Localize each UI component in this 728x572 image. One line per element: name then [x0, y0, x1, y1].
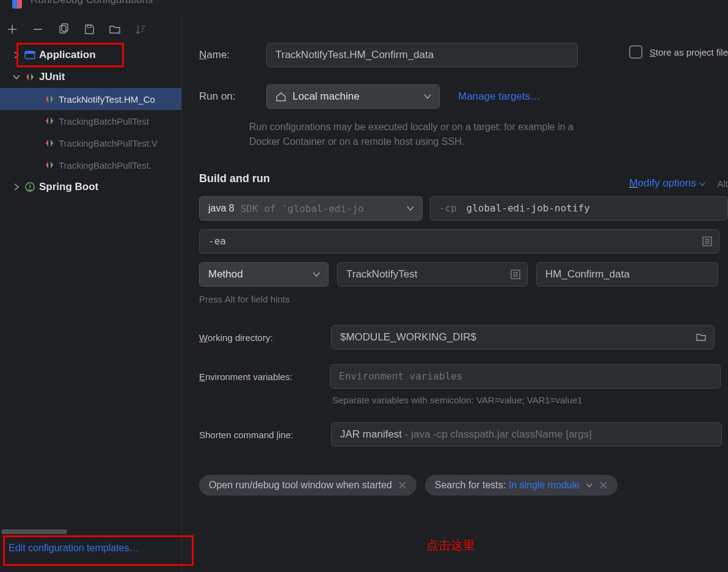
springboot-icon: [24, 182, 35, 193]
remove-icon[interactable]: [32, 23, 44, 35]
save-icon[interactable]: [83, 23, 95, 35]
svg-rect-1: [12, 0, 17, 9]
annotation-text: 点击这里: [426, 537, 475, 554]
tree-item[interactable]: TrackingBatchPullTest.V: [0, 132, 181, 154]
chevron-down-icon: [699, 180, 706, 188]
store-as-project[interactable]: Store as project file: [629, 45, 728, 59]
runon-dropdown[interactable]: Local machine: [266, 84, 440, 109]
tree-label: Spring Boot: [39, 181, 98, 193]
home-icon: [275, 91, 286, 102]
tree-node-springboot[interactable]: Spring Boot: [0, 176, 181, 198]
chip-label: Open run/debug tool window when started: [209, 480, 392, 491]
name-input[interactable]: TrackNotifyTest.HM_Confirm_data: [266, 43, 578, 67]
svg-rect-3: [62, 24, 68, 31]
option-chip[interactable]: Open run/debug tool window when started: [199, 475, 417, 496]
tree-label: TrackingBatchPullTest.V: [59, 138, 158, 148]
junit-icon: [24, 72, 35, 82]
main-panel: Name: TrackNotifyTest.HM_Confirm_data St…: [182, 17, 728, 572]
tree-item-selected[interactable]: TrackNotifyTest.HM_Co: [0, 88, 181, 110]
chevron-down-icon: [423, 92, 432, 101]
tree-node-junit[interactable]: JUnit: [0, 66, 181, 88]
cp-value: global-edi-job-notify: [467, 202, 590, 214]
tree-label: Application: [39, 49, 96, 61]
tree-label: TrackingBatchPullTest: [59, 116, 149, 127]
working-dir-field[interactable]: $MODULE_WORKING_DIR$: [331, 325, 715, 350]
copy-icon[interactable]: [57, 23, 70, 35]
test-method-field[interactable]: HM_Confirm_data: [536, 262, 718, 287]
junit-icon: [44, 138, 55, 148]
sidebar: Application JUnit TrackNotifyTest.HM_Co …: [0, 17, 182, 572]
chip-label: Search for tests: In single module: [435, 480, 580, 491]
sidebar-toolbar: [0, 17, 181, 43]
shorten-label: Shorten command line:: [199, 430, 319, 440]
expand-icon[interactable]: [702, 236, 713, 247]
window-title: Run/Debug Configurations: [31, 0, 153, 6]
manage-targets-link[interactable]: Manage targets…: [458, 90, 541, 103]
classpath-field[interactable]: -cp global-edi-job-notify: [430, 196, 728, 221]
sort-icon[interactable]: [134, 23, 147, 35]
folder-add-icon[interactable]: [109, 23, 121, 35]
tree-label: JUnit: [39, 71, 65, 83]
vm-options-field[interactable]: -ea: [199, 229, 719, 254]
shorten-field[interactable]: JAR manifest - java -cp classpath.jar cl…: [331, 422, 722, 447]
shorten-value: JAR manifest: [340, 428, 402, 440]
class-value: TrackNotifyTest: [346, 268, 418, 280]
chevron-right-icon: [12, 183, 21, 191]
env-field[interactable]: Environment variables: [330, 364, 721, 389]
jdk-dropdown[interactable]: java 8 SDK of 'global-edi-jo: [199, 196, 423, 221]
alt-hint: Alt: [717, 178, 728, 189]
modify-options-link[interactable]: Modify options: [629, 177, 706, 189]
chevron-down-icon: [12, 73, 21, 81]
vmopts-value: -ea: [208, 235, 226, 247]
java-hint: SDK of 'global-edi-jo: [241, 203, 364, 215]
runon-label: Run on:: [199, 90, 248, 103]
config-tree: Application JUnit TrackNotifyTest.HM_Co …: [0, 43, 181, 537]
working-dir-label: Working directory:: [199, 332, 297, 343]
tree-item[interactable]: TrackingBatchPullTest.: [0, 154, 181, 176]
env-label: Environment variables:: [199, 372, 315, 382]
shorten-hint: - java -cp classpath.jar className [args…: [402, 428, 592, 440]
chevron-right-icon: [12, 51, 21, 59]
option-chip[interactable]: Search for tests: In single module: [425, 475, 617, 496]
junit-icon: [44, 160, 55, 170]
edit-templates-link[interactable]: Edit configuration templates…: [9, 543, 139, 553]
chevron-down-icon: [586, 482, 593, 489]
cp-prefix: -cp: [439, 202, 457, 214]
tree-node-application[interactable]: Application: [0, 44, 181, 66]
runon-value: Local machine: [293, 90, 360, 103]
svg-rect-2: [60, 26, 66, 33]
store-checkbox[interactable]: [629, 45, 642, 59]
app-icon: [11, 0, 23, 10]
class-field[interactable]: TrackNotifyTest: [337, 262, 528, 287]
wd-value: $MODULE_WORKING_DIR$: [340, 331, 476, 343]
application-icon: [24, 50, 35, 61]
env-hint: Separate variables with semicolon: VAR=v…: [332, 395, 728, 405]
svg-rect-6: [25, 51, 35, 54]
name-label: Name:: [199, 49, 248, 61]
junit-icon: [44, 116, 55, 127]
method-value: Method: [208, 268, 243, 280]
tree-item[interactable]: TrackingBatchPullTest: [0, 110, 181, 132]
folder-icon[interactable]: [696, 332, 707, 343]
chevron-down-icon: [406, 204, 415, 213]
tree-label: TrackNotifyTest.HM_Co: [59, 94, 155, 105]
java-prefix: java 8: [208, 203, 235, 214]
store-label: Store as project file: [650, 47, 728, 57]
runon-hint: Run configurations may be executed local…: [249, 120, 591, 149]
horizontal-scrollbar[interactable]: [1, 529, 67, 534]
add-icon[interactable]: [6, 23, 18, 35]
chevron-down-icon: [312, 270, 321, 279]
close-icon[interactable]: [599, 481, 608, 490]
tree-label: TrackingBatchPullTest.: [59, 160, 151, 170]
close-icon[interactable]: [398, 481, 407, 490]
expand-icon[interactable]: [510, 269, 521, 280]
junit-icon: [44, 94, 55, 105]
method-dropdown[interactable]: Method: [199, 262, 329, 287]
press-alt-hint: Press Alt for field hints: [199, 294, 728, 304]
